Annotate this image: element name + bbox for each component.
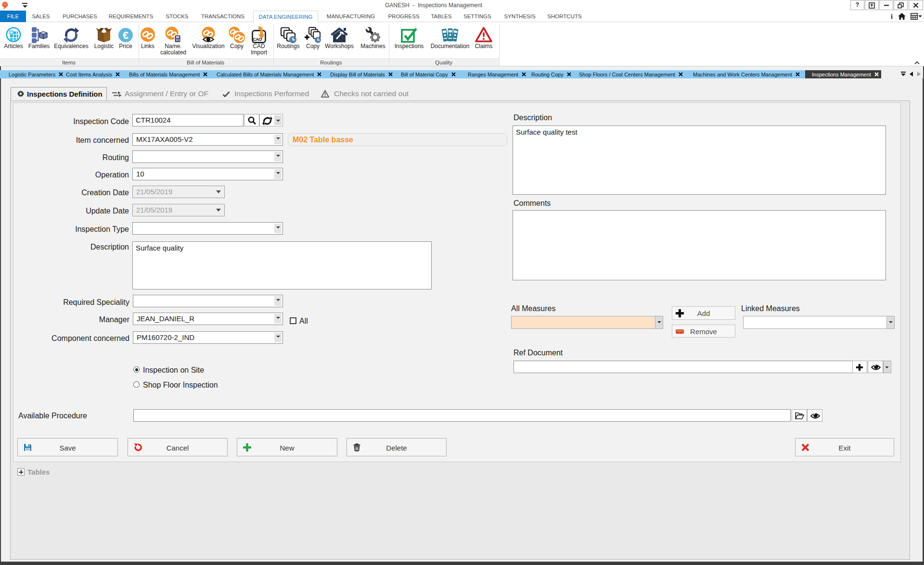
svg-text:CAO: CAO (253, 37, 262, 42)
svg-text:€: € (123, 29, 128, 41)
